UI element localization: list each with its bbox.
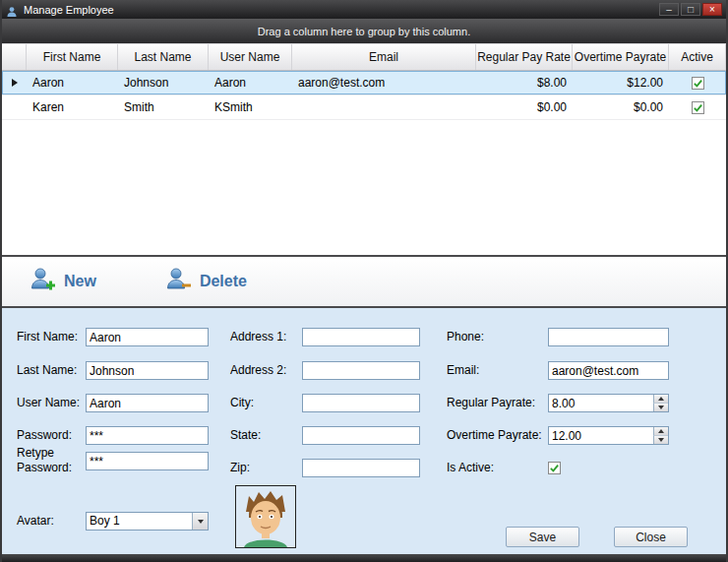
column-header-last-name[interactable]: Last Name bbox=[118, 44, 209, 70]
cell-overtime-payrate[interactable]: $12.00 bbox=[573, 71, 669, 94]
action-toolbar: New Delete bbox=[2, 257, 726, 306]
chevron-up-icon bbox=[658, 397, 664, 401]
group-by-bar[interactable]: Drag a column here to group by this colu… bbox=[2, 19, 726, 43]
save-button[interactable]: Save bbox=[506, 527, 579, 547]
close-button[interactable]: Close bbox=[614, 527, 688, 547]
zip-input[interactable] bbox=[302, 459, 420, 477]
row-indicator-cell bbox=[2, 95, 27, 119]
cell-email[interactable]: aaron@test.com bbox=[292, 71, 476, 94]
window-bottom-edge bbox=[2, 554, 726, 562]
column-header-active[interactable]: Active bbox=[669, 44, 726, 70]
avatar-select[interactable]: Boy 1 bbox=[86, 512, 209, 531]
table-row[interactable]: Karen Smith KSmith $0.00 $0.00 bbox=[2, 95, 726, 120]
employee-grid: First Name Last Name User Name Email Reg… bbox=[2, 43, 726, 255]
avatar-preview bbox=[235, 485, 296, 548]
cell-last-name[interactable]: Johnson bbox=[118, 71, 209, 94]
address1-label: Address 1: bbox=[230, 328, 286, 346]
chevron-down-icon bbox=[658, 406, 664, 409]
cell-active bbox=[669, 95, 726, 119]
retype-password-input[interactable] bbox=[86, 452, 209, 470]
avatar-label: Avatar: bbox=[17, 512, 54, 531]
delete-button-label: Delete bbox=[200, 273, 247, 290]
column-header-overtime-payrate[interactable]: Overtime Payrate bbox=[573, 44, 669, 70]
city-label: City: bbox=[230, 394, 254, 412]
new-button-label: New bbox=[64, 273, 96, 290]
new-button[interactable]: New bbox=[30, 267, 96, 296]
close-window-button[interactable]: × bbox=[702, 3, 722, 16]
column-header-regular-pay-rate[interactable]: Regular Pay Rate bbox=[476, 44, 573, 70]
cell-overtime-payrate[interactable]: $0.00 bbox=[573, 95, 669, 119]
user-name-input[interactable] bbox=[86, 394, 209, 412]
window-title: Manage Employee bbox=[24, 4, 659, 16]
overtime-payrate-spin-buttons bbox=[653, 427, 668, 444]
app-icon bbox=[6, 4, 18, 16]
overtime-payrate-label: Overtime Payrate: bbox=[447, 426, 542, 445]
overtime-payrate-input[interactable] bbox=[548, 426, 669, 445]
regular-payrate-label: Regular Payrate: bbox=[447, 394, 535, 412]
cell-user-name[interactable]: Aaron bbox=[209, 71, 292, 94]
overtime-payrate-stepper bbox=[548, 426, 669, 445]
cell-first-name[interactable]: Aaron bbox=[27, 71, 118, 94]
last-name-label: Last Name: bbox=[17, 361, 77, 380]
cell-active bbox=[669, 71, 726, 94]
chevron-down-icon bbox=[658, 438, 664, 442]
first-name-input[interactable] bbox=[86, 328, 209, 346]
maximize-button[interactable]: □ bbox=[681, 3, 700, 16]
chevron-down-icon bbox=[198, 520, 204, 524]
spin-down-button[interactable] bbox=[653, 403, 668, 411]
spin-up-button[interactable] bbox=[653, 395, 668, 403]
cell-first-name[interactable]: Karen bbox=[27, 95, 118, 119]
delete-button[interactable]: Delete bbox=[165, 267, 247, 296]
spin-down-button[interactable] bbox=[653, 435, 668, 444]
address1-input[interactable] bbox=[302, 328, 420, 346]
address2-input[interactable] bbox=[302, 361, 420, 380]
active-checkbox[interactable] bbox=[692, 101, 704, 114]
minimize-button[interactable]: – bbox=[659, 3, 679, 16]
zip-label: Zip: bbox=[230, 459, 250, 477]
column-header-first-name[interactable]: First Name bbox=[27, 44, 118, 70]
row-indicator-cell bbox=[2, 71, 27, 94]
state-label: State: bbox=[230, 426, 261, 445]
cell-email[interactable] bbox=[292, 95, 476, 119]
first-name-label: First Name: bbox=[17, 328, 78, 346]
group-by-hint: Drag a column here to group by this colu… bbox=[258, 26, 470, 37]
retype-password-label: Retype Password: bbox=[17, 446, 78, 475]
regular-payrate-spin-buttons bbox=[653, 395, 668, 411]
email-label: Email: bbox=[447, 361, 479, 380]
last-name-input[interactable] bbox=[86, 361, 209, 380]
new-employee-icon bbox=[30, 267, 56, 296]
delete-employee-icon bbox=[165, 267, 192, 296]
cell-regular-pay-rate[interactable]: $0.00 bbox=[476, 95, 573, 119]
selected-row-arrow-icon bbox=[12, 79, 18, 87]
chevron-up-icon bbox=[658, 429, 664, 433]
cell-user-name[interactable]: KSmith bbox=[209, 95, 292, 119]
address2-label: Address 2: bbox=[230, 361, 286, 380]
column-header-email[interactable]: Email bbox=[292, 44, 476, 70]
email-input[interactable] bbox=[548, 361, 669, 380]
indicator-column-header bbox=[2, 44, 27, 70]
regular-payrate-input[interactable] bbox=[548, 394, 669, 412]
phone-input[interactable] bbox=[548, 328, 669, 346]
state-input[interactable] bbox=[302, 426, 420, 445]
is-active-label: Is Active: bbox=[447, 459, 494, 477]
password-label: Password: bbox=[17, 426, 72, 445]
table-row[interactable]: Aaron Johnson Aaron aaron@test.com $8.00… bbox=[2, 71, 726, 95]
grid-header-row: First Name Last Name User Name Email Reg… bbox=[2, 43, 726, 71]
spin-up-button[interactable] bbox=[653, 427, 668, 435]
city-input[interactable] bbox=[302, 394, 420, 412]
window-controls: – □ × bbox=[659, 3, 722, 16]
is-active-checkbox[interactable] bbox=[548, 462, 561, 474]
cell-regular-pay-rate[interactable]: $8.00 bbox=[476, 71, 573, 94]
avatar-dropdown-button[interactable] bbox=[192, 513, 208, 530]
regular-payrate-stepper bbox=[548, 394, 669, 412]
password-input[interactable] bbox=[86, 426, 209, 445]
phone-label: Phone: bbox=[447, 328, 484, 346]
user-name-label: User Name: bbox=[17, 394, 80, 412]
avatar-selected-value: Boy 1 bbox=[87, 513, 192, 530]
employee-form: First Name: Last Name: User Name: Passwo… bbox=[2, 308, 726, 554]
active-checkbox[interactable] bbox=[692, 77, 704, 90]
cell-last-name[interactable]: Smith bbox=[118, 95, 209, 119]
title-bar: Manage Employee – □ × bbox=[2, 0, 726, 19]
manage-employee-window: Manage Employee – □ × Drag a column here… bbox=[0, 0, 728, 562]
column-header-user-name[interactable]: User Name bbox=[209, 44, 292, 70]
